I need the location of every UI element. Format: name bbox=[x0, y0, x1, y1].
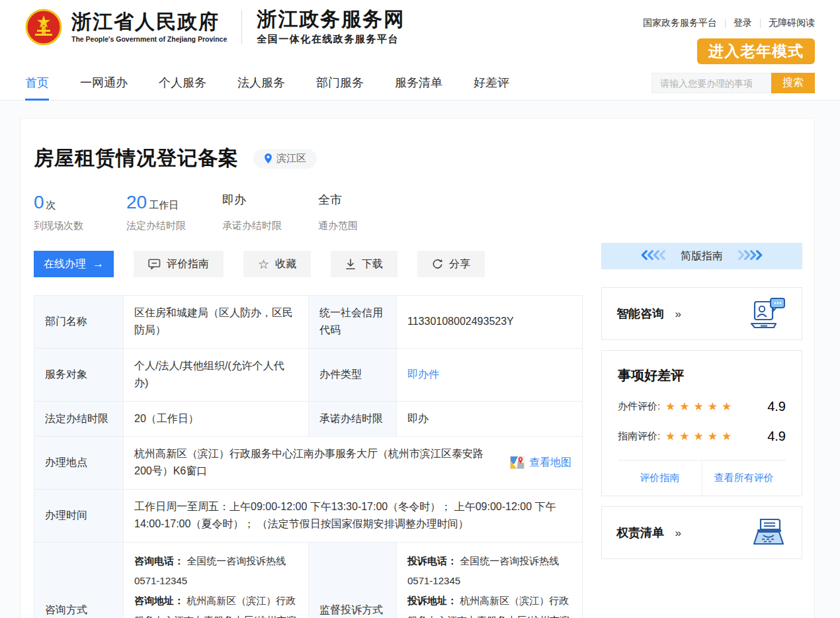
search-button[interactable]: 搜索 bbox=[771, 73, 815, 93]
page: 浙江省人民政府 The People's Government of Zheji… bbox=[0, 0, 840, 618]
comment-icon bbox=[148, 259, 161, 270]
target-value: 个人/法人/其他组织/(允许个人代办) bbox=[124, 348, 309, 401]
stat-legal-limit-value: 20 bbox=[126, 192, 147, 213]
promise-limit-value: 即办 bbox=[397, 401, 583, 436]
gov-name-en: The People's Government of Zhejiang Prov… bbox=[71, 35, 227, 43]
dept-label: 部门名称 bbox=[34, 296, 124, 349]
gov-title-block: 浙江省人民政府 The People's Government of Zheji… bbox=[71, 11, 227, 43]
sidebar: 简版指南 智能咨询 » bbox=[601, 133, 802, 618]
smart-consult-card[interactable]: 智能咨询 » bbox=[601, 287, 802, 340]
map-icon bbox=[510, 456, 525, 469]
table-row-department: 部门名称 区住房和城建局（区人防办，区民防局） 统一社会信用代码 1133010… bbox=[34, 296, 583, 349]
credit-code-value: 11330108002493523Y bbox=[397, 296, 583, 349]
nav-item-service-list[interactable]: 服务清单 bbox=[395, 66, 442, 101]
chevrons-right-icon bbox=[739, 250, 763, 263]
complaint-addr-line: 投诉地址： 杭州高新区（滨江）行政服务中心江南办事服务大厅(杭州市滨江区泰安路2… bbox=[407, 591, 571, 618]
district-badge[interactable]: 滨江区 bbox=[253, 149, 317, 169]
complaint-addr-label: 投诉地址： bbox=[407, 595, 457, 606]
guide-rating-stars-icon: ★★★★★ bbox=[665, 429, 767, 443]
smart-consult-title: 智能咨询 bbox=[616, 307, 664, 320]
rating-guide-button[interactable]: 评价指南 bbox=[134, 251, 224, 277]
credit-code-label: 统一社会信用代码 bbox=[309, 296, 397, 349]
complaint-phone-label: 投诉电话： bbox=[407, 555, 457, 566]
gov-name: 浙江省人民政府 bbox=[71, 11, 227, 33]
place-label: 办理地点 bbox=[34, 436, 124, 489]
favorite-button[interactable]: ☆ 收藏 bbox=[243, 251, 311, 277]
view-map-link[interactable]: 查看地图 bbox=[510, 454, 571, 471]
nav-item-department[interactable]: 部门服务 bbox=[316, 66, 364, 101]
guide-rating-score: 4.9 bbox=[767, 429, 786, 444]
rating-row-guide: 指南评价: ★★★★★ 4.9 bbox=[618, 429, 786, 444]
link-login[interactable]: 登录 bbox=[734, 17, 752, 29]
type-value-link[interactable]: 即办件 bbox=[407, 369, 439, 380]
rating-card: 事项好差评 办件评价: ★★★★★ 4.9 指南评价: ★★★★★ 4.9 bbox=[601, 350, 802, 496]
stats-row: 0 次 到现场次数 20 工作日 法定办结时限 bbox=[34, 192, 583, 232]
typewriter-icon bbox=[750, 517, 787, 549]
action-buttons-row: 在线办理 → 评价指南 bbox=[34, 251, 583, 277]
rights-list-card[interactable]: 权责清单 » bbox=[601, 506, 802, 559]
page-title: 房屋租赁情况登记备案 bbox=[34, 145, 239, 172]
nav-item-legal-person[interactable]: 法人服务 bbox=[237, 66, 285, 101]
consult-label: 咨询方式 bbox=[34, 542, 124, 618]
star-outline-icon: ☆ bbox=[258, 258, 269, 271]
top-links-divider bbox=[725, 19, 726, 28]
table-row-contact: 咨询方式 咨询电话： 全国统一咨询投诉热线0571-12345 咨询地址： 杭州… bbox=[34, 542, 583, 618]
guide-rating-label: 指南评价: bbox=[618, 430, 665, 443]
rating-guide-link[interactable]: 评价指南 bbox=[618, 461, 702, 496]
nav-item-rating[interactable]: 好差评 bbox=[474, 66, 509, 101]
rating-card-title: 事项好差评 bbox=[618, 367, 786, 384]
share-label: 分享 bbox=[449, 257, 470, 271]
search-input[interactable] bbox=[651, 73, 771, 93]
double-arrow-icon: » bbox=[675, 308, 681, 320]
online-apply-button[interactable]: 在线办理 → bbox=[34, 251, 114, 277]
link-accessibility[interactable]: 无障碍阅读 bbox=[769, 17, 815, 29]
rating-links: 评价指南 查看所有评价 bbox=[618, 460, 786, 496]
download-button[interactable]: 下载 bbox=[331, 251, 398, 277]
nav-search: 搜索 bbox=[651, 73, 815, 93]
type-label: 办件类型 bbox=[309, 348, 397, 401]
table-row-time-limit: 法定办结时限 20（工作日） 承诺办结时限 即办 bbox=[34, 401, 583, 436]
case-rating-label: 办件评价: bbox=[618, 400, 665, 413]
nav-item-one-network[interactable]: 一网通办 bbox=[80, 66, 128, 101]
elder-mode-button[interactable]: 进入老年模式 bbox=[697, 38, 815, 64]
complaint-phone-line: 投诉电话： 全国统一咨询投诉热线0571-12345 bbox=[407, 551, 571, 591]
portal-name: 浙江政务服务网 bbox=[257, 8, 405, 30]
stat-scope: 全市 通办范围 bbox=[318, 192, 414, 232]
hours-label: 办理时间 bbox=[34, 489, 124, 542]
case-rating-stars-icon: ★★★★★ bbox=[665, 400, 767, 414]
detail-main-column: 房屋租赁情况登记备案 滨江区 0 bbox=[34, 133, 583, 618]
header-top-links: 国家政务服务平台 登录 无障碍阅读 bbox=[643, 17, 815, 29]
complaint-label: 监督投诉方式 bbox=[309, 542, 397, 618]
legal-limit-value: 20（工作日） bbox=[124, 401, 309, 436]
stat-scope-value: 全市 bbox=[318, 192, 342, 208]
site-header: 浙江省人民政府 The People's Government of Zheji… bbox=[0, 0, 840, 66]
stat-visits-label: 到现场次数 bbox=[34, 220, 126, 232]
consult-addr-label: 咨询地址： bbox=[134, 595, 184, 606]
link-national-platform[interactable]: 国家政务服务平台 bbox=[643, 17, 717, 29]
logo-divider bbox=[241, 10, 242, 44]
stat-visits-unit: 次 bbox=[46, 199, 56, 212]
nav-item-personal[interactable]: 个人服务 bbox=[159, 66, 206, 101]
double-arrow-icon: » bbox=[675, 527, 681, 539]
simple-guide-banner[interactable]: 简版指南 bbox=[601, 243, 802, 269]
download-icon bbox=[345, 259, 356, 270]
table-row-target: 服务对象 个人/法人/其他组织/(允许个人代办) 办件类型 即办件 bbox=[34, 348, 583, 401]
legal-limit-label: 法定办结时限 bbox=[34, 401, 124, 436]
rights-list-title: 权责清单 bbox=[616, 526, 664, 539]
share-button[interactable]: 分享 bbox=[417, 251, 485, 277]
arrow-right-icon: → bbox=[93, 257, 104, 271]
stat-scope-label: 通办范围 bbox=[318, 220, 414, 232]
nav-item-home[interactable]: 首页 bbox=[25, 66, 49, 101]
rating-row-case: 办件评价: ★★★★★ 4.9 bbox=[618, 399, 786, 414]
view-all-ratings-link[interactable]: 查看所有评价 bbox=[702, 461, 786, 496]
portal-title-block: 浙江政务服务网 全国一体化在线政务服务平台 bbox=[257, 8, 405, 46]
favorite-label: 收藏 bbox=[275, 257, 296, 271]
dept-value: 区住房和城建局（区人防办，区民防局） bbox=[124, 296, 309, 349]
smart-consult-icon bbox=[749, 297, 787, 330]
consult-phone-line: 咨询电话： 全国统一咨询投诉热线0571-12345 bbox=[134, 551, 298, 591]
service-detail-card: 房屋租赁情况登记备案 滨江区 0 bbox=[20, 118, 815, 618]
consult-value: 咨询电话： 全国统一咨询投诉热线0571-12345 咨询地址： 杭州高新区（滨… bbox=[124, 542, 309, 618]
view-map-label: 查看地图 bbox=[529, 454, 571, 471]
online-apply-label: 在线办理 bbox=[44, 257, 86, 271]
stat-promise-limit-value: 即办 bbox=[222, 192, 246, 208]
